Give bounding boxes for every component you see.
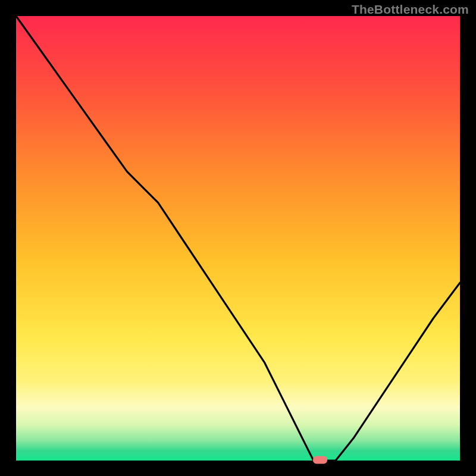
chart-svg bbox=[0, 0, 476, 476]
bottleneck-chart: TheBottleneck.com bbox=[0, 0, 476, 476]
optimum-marker bbox=[313, 456, 327, 464]
attribution-label: TheBottleneck.com bbox=[352, 2, 469, 17]
plot-background bbox=[16, 16, 460, 461]
